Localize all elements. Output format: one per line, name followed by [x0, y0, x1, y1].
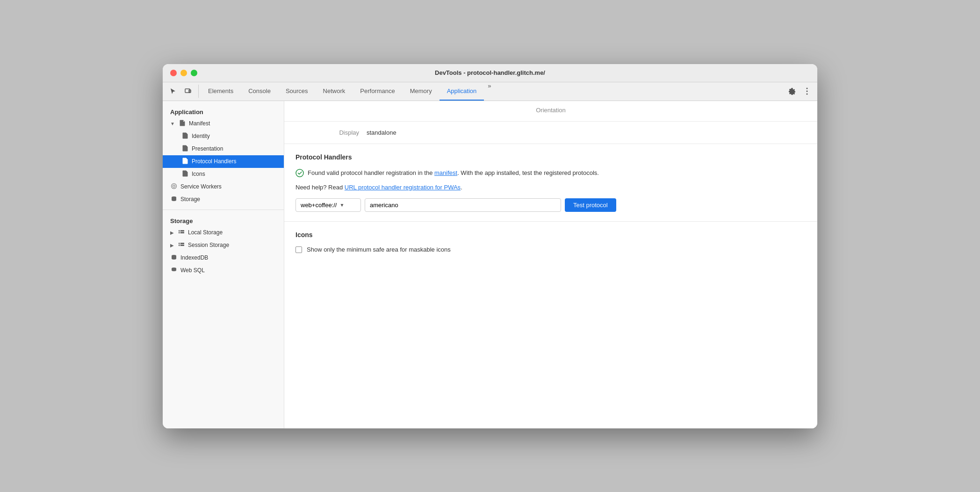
chevron-down-icon: ▼: [339, 203, 344, 208]
maskable-icons-checkbox[interactable]: [295, 246, 302, 253]
toolbar-actions: [785, 85, 814, 98]
sidebar-item-service-workers[interactable]: Service Workers: [163, 181, 284, 193]
sidebar-manifest-label: Manifest: [189, 120, 210, 127]
sidebar: Application ▼ Manifest Identity: [163, 101, 284, 428]
icons-section: Icons Show only the minimum safe area fo…: [284, 222, 817, 262]
svg-rect-9: [180, 232, 180, 233]
sidebar-session-storage-label: Session Storage: [188, 242, 229, 248]
title-bar: DevTools - protocol-handler.glitch.me/: [163, 64, 817, 82]
sidebar-item-manifest[interactable]: ▼ Manifest: [163, 117, 284, 130]
devtools-toolbar: Elements Console Sources Network Perform…: [163, 82, 817, 101]
tab-network[interactable]: Network: [316, 82, 353, 101]
sidebar-storage-label: Storage: [180, 196, 200, 203]
maximize-button[interactable]: [191, 70, 197, 76]
svg-rect-11: [179, 245, 184, 246]
close-button[interactable]: [170, 70, 177, 76]
protocol-handlers-section: Protocol Handlers Found valid protocol h…: [284, 144, 817, 222]
manifest-link[interactable]: manifest: [434, 169, 457, 176]
help-text-before: Need help? Read: [295, 184, 345, 191]
more-options-button[interactable]: [800, 85, 814, 98]
display-value: standalone: [367, 129, 396, 136]
devtools-body: Application ▼ Manifest Identity: [163, 101, 817, 428]
toolbar-icons: [166, 85, 199, 98]
window-title: DevTools - protocol-handler.glitch.me/: [435, 69, 545, 76]
svg-point-3: [807, 91, 808, 92]
svg-rect-12: [180, 243, 180, 244]
sidebar-item-icons[interactable]: Icons: [163, 168, 284, 181]
sidebar-item-web-sql[interactable]: Web SQL: [163, 264, 284, 277]
sidebar-item-identity[interactable]: Identity: [163, 130, 284, 143]
protocol-text-input[interactable]: [365, 198, 561, 212]
protocol-select[interactable]: web+coffee:// ▼: [295, 198, 361, 212]
gear-icon: [788, 87, 796, 95]
sidebar-service-workers-label: Service Workers: [180, 183, 222, 190]
help-text: Need help? Read URL protocol handler reg…: [295, 184, 806, 191]
manifest-arrow-icon: ▼: [170, 121, 175, 126]
storage-icon: [170, 195, 178, 203]
sidebar-item-storage[interactable]: Storage: [163, 193, 284, 206]
devtools-window: DevTools - protocol-handler.glitch.me/ E…: [163, 64, 817, 428]
success-message: Found valid protocol handler registratio…: [295, 168, 806, 178]
success-text: Found valid protocol handler registratio…: [308, 168, 599, 178]
svg-rect-8: [180, 230, 180, 231]
svg-point-2: [807, 88, 808, 89]
svg-rect-13: [180, 245, 180, 246]
sidebar-identity-label: Identity: [192, 133, 210, 139]
cursor-icon: [169, 87, 177, 95]
tab-application[interactable]: Application: [440, 82, 484, 101]
tab-sources[interactable]: Sources: [278, 82, 316, 101]
display-row: Display standalone: [284, 122, 817, 144]
tab-memory[interactable]: Memory: [403, 82, 440, 101]
main-content: Orientation Display standalone Protocol …: [284, 101, 817, 428]
svg-rect-7: [179, 232, 184, 233]
sidebar-application-title: Application: [163, 105, 284, 117]
indexed-db-icon: [170, 254, 178, 262]
protocol-select-value: web+coffee://: [301, 202, 337, 209]
sidebar-item-presentation[interactable]: Presentation: [163, 143, 284, 155]
ellipsis-vertical-icon: [806, 87, 808, 95]
icons-file-icon: [181, 170, 189, 178]
session-storage-arrow-icon: ▶: [170, 243, 174, 248]
session-storage-icon: [178, 241, 185, 249]
maskable-icons-checkbox-row: Show only the minimum safe area for mask…: [295, 246, 806, 253]
icons-title: Icons: [295, 231, 806, 239]
minimize-button[interactable]: [180, 70, 187, 76]
more-tabs-button[interactable]: »: [484, 82, 495, 101]
tab-elements[interactable]: Elements: [201, 82, 241, 101]
manifest-file-icon: [179, 120, 186, 128]
sidebar-item-local-storage[interactable]: ▶ Local Storage: [163, 226, 284, 239]
pwa-help-link[interactable]: URL protocol handler registration for PW…: [345, 184, 461, 191]
protocol-input-row: web+coffee:// ▼ Test protocol: [295, 198, 806, 212]
local-storage-arrow-icon: ▶: [170, 230, 174, 235]
svg-point-4: [807, 94, 808, 95]
svg-point-16: [296, 169, 303, 177]
sidebar-presentation-label: Presentation: [192, 145, 223, 152]
orientation-row: Orientation: [284, 101, 817, 122]
orientation-label: Orientation: [536, 107, 566, 114]
sidebar-item-session-storage[interactable]: ▶ Session Storage: [163, 239, 284, 252]
presentation-file-icon: [181, 145, 189, 153]
sidebar-web-sql-label: Web SQL: [180, 267, 205, 274]
success-text-after: . With the app installed, test the regis…: [457, 169, 599, 176]
test-protocol-button[interactable]: Test protocol: [565, 198, 616, 212]
service-workers-icon: [170, 183, 178, 191]
protocol-handlers-file-icon: [181, 158, 189, 166]
tab-performance[interactable]: Performance: [353, 82, 402, 101]
protocol-handlers-title: Protocol Handlers: [295, 153, 806, 161]
maskable-icons-label: Show only the minimum safe area for mask…: [307, 246, 451, 253]
device-icon: [184, 87, 192, 95]
cursor-icon-button[interactable]: [166, 85, 180, 98]
device-toggle-button[interactable]: [181, 85, 195, 98]
settings-button[interactable]: [785, 85, 799, 98]
sidebar-item-indexed-db[interactable]: IndexedDB: [163, 252, 284, 264]
web-sql-icon: [170, 267, 178, 275]
sidebar-item-protocol-handlers[interactable]: Protocol Handlers: [163, 155, 284, 168]
devtools-tabs: Elements Console Sources Network Perform…: [201, 82, 785, 101]
sidebar-local-storage-label: Local Storage: [188, 229, 223, 236]
svg-rect-10: [179, 243, 184, 244]
sidebar-indexed-db-label: IndexedDB: [180, 254, 208, 261]
window-controls: [170, 70, 197, 76]
help-text-after: .: [461, 184, 462, 191]
tab-console[interactable]: Console: [241, 82, 278, 101]
sidebar-protocol-handlers-label: Protocol Handlers: [192, 158, 236, 165]
